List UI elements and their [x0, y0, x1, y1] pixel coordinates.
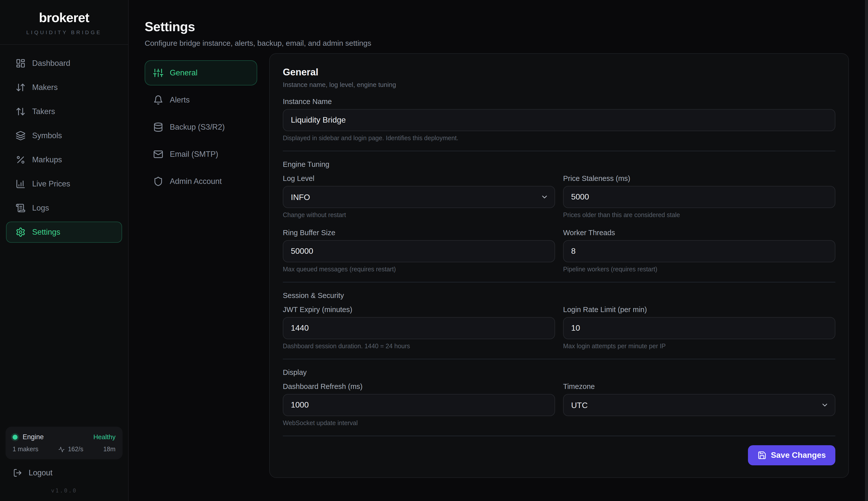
engine-throughput-value: 162/s: [68, 446, 83, 453]
activity-icon: [58, 446, 65, 452]
worker-threads-input[interactable]: [563, 240, 835, 262]
brand-tagline: LIQUIDITY BRIDGE: [8, 29, 120, 35]
logout-icon: [13, 468, 22, 477]
mail-icon: [153, 149, 163, 159]
field-timezone: Timezone UTC: [563, 382, 835, 427]
ring-buffer-label: Ring Buffer Size: [283, 228, 555, 237]
tab-label: Admin Account: [170, 177, 222, 186]
general-settings-card: General Instance name, log level, engine…: [269, 53, 849, 478]
login-rate-limit-hint: Max login attempts per minute per IP: [563, 343, 835, 350]
tab-admin-account[interactable]: Admin Account: [145, 169, 257, 194]
card-title: General: [283, 67, 835, 78]
tab-label: General: [170, 68, 197, 77]
sidebar-item-label: Dashboard: [32, 59, 70, 68]
section-divider: [283, 436, 835, 436]
engine-uptime: 18m: [103, 446, 116, 453]
scrollbar[interactable]: [865, 0, 868, 501]
sidebar-item-dashboard[interactable]: Dashboard: [6, 53, 122, 74]
timezone-select[interactable]: UTC: [563, 394, 835, 416]
jwt-expiry-input[interactable]: [283, 317, 555, 339]
price-staleness-input[interactable]: [563, 186, 835, 208]
display-grid: Dashboard Refresh (ms) WebSocket update …: [283, 382, 835, 427]
sidebar-item-makers[interactable]: Makers: [6, 77, 122, 98]
logout-button[interactable]: Logout: [0, 459, 128, 482]
sidebar-item-label: Symbols: [32, 131, 62, 140]
sidebar-item-label: Logs: [32, 203, 49, 213]
sidebar-item-label: Makers: [32, 83, 58, 92]
section-divider: [283, 359, 835, 359]
section-divider: [283, 282, 835, 283]
engine-status-card: Engine Healthy 1 makers 162/s 18m: [6, 427, 122, 459]
save-changes-label: Save Changes: [771, 451, 826, 460]
worker-threads-label: Worker Threads: [563, 228, 835, 237]
main-content: Settings Configure bridge instance, aler…: [129, 0, 868, 501]
card-actions: Save Changes: [283, 445, 835, 465]
dashboard-refresh-input[interactable]: [283, 394, 555, 416]
engine-label: Engine: [23, 433, 88, 441]
arrow-up-down-icon: [15, 107, 25, 117]
chart-column-icon: [15, 179, 25, 189]
timezone-label: Timezone: [563, 382, 835, 391]
login-rate-limit-input[interactable]: [563, 317, 835, 339]
price-staleness-hint: Prices older than this are considered st…: [563, 212, 835, 218]
engine-metrics-row: 1 makers 162/s 18m: [13, 446, 116, 453]
engine-makers-count: 1 makers: [13, 446, 39, 453]
sidebar-spacer: [0, 251, 128, 427]
app-root: brokeret LIQUIDITY BRIDGE Dashboard Make…: [0, 0, 868, 501]
logout-label: Logout: [29, 468, 53, 477]
field-jwt-expiry: JWT Expiry (minutes) Dashboard session d…: [283, 306, 555, 350]
engine-status-badge: Healthy: [94, 433, 116, 441]
tab-alerts[interactable]: Alerts: [145, 87, 257, 113]
brand-logo: brokeret: [8, 10, 120, 25]
sidebar-item-takers[interactable]: Takers: [6, 101, 122, 122]
field-log-level: Log Level INFO Change without restart: [283, 174, 555, 218]
sidebar-item-label: Markups: [32, 155, 62, 164]
session-security-grid: JWT Expiry (minutes) Dashboard session d…: [283, 306, 835, 350]
field-login-rate-limit: Login Rate Limit (per min) Max login att…: [563, 306, 835, 350]
jwt-expiry-hint: Dashboard session duration. 1440 = 24 ho…: [283, 343, 555, 350]
sidebar-item-symbols[interactable]: Symbols: [6, 125, 122, 146]
settings-layout: General Alerts Backup (S3/R2) Email (SMT…: [145, 53, 849, 478]
card-subtitle: Instance name, log level, engine tuning: [283, 81, 835, 88]
ring-buffer-hint: Max queued messages (requires restart): [283, 266, 555, 273]
log-level-label: Log Level: [283, 174, 555, 182]
log-level-select[interactable]: INFO: [283, 186, 555, 208]
save-changes-button[interactable]: Save Changes: [748, 445, 835, 465]
sliders-icon: [153, 68, 163, 78]
arrow-down-up-icon: [15, 83, 25, 93]
section-title-engine-tuning: Engine Tuning: [283, 160, 835, 168]
scroll-icon: [15, 203, 25, 213]
instance-name-hint: Displayed in sidebar and login page. Ide…: [283, 135, 835, 142]
layers-icon: [15, 131, 25, 141]
ring-buffer-input[interactable]: [283, 240, 555, 262]
tab-email[interactable]: Email (SMTP): [145, 142, 257, 167]
sidebar-item-live-prices[interactable]: Live Prices: [6, 173, 122, 194]
field-instance-name: Instance Name Displayed in sidebar and l…: [283, 97, 835, 142]
engine-tuning-grid: Log Level INFO Change without restart Pr…: [283, 174, 835, 273]
brand: brokeret LIQUIDITY BRIDGE: [0, 0, 128, 45]
tab-label: Email (SMTP): [170, 150, 218, 159]
page-subtitle: Configure bridge instance, alerts, backu…: [145, 39, 849, 47]
price-staleness-label: Price Staleness (ms): [563, 174, 835, 182]
tab-backup[interactable]: Backup (S3/R2): [145, 115, 257, 140]
engine-health-dot: [13, 434, 18, 439]
tab-label: Alerts: [170, 95, 189, 105]
instance-name-input[interactable]: [283, 109, 835, 131]
sidebar-item-logs[interactable]: Logs: [6, 198, 122, 218]
database-icon: [153, 122, 163, 132]
field-ring-buffer-size: Ring Buffer Size Max queued messages (re…: [283, 228, 555, 273]
tab-general[interactable]: General: [145, 60, 257, 85]
engine-throughput: 162/s: [58, 446, 83, 453]
shield-icon: [153, 177, 163, 186]
jwt-expiry-label: JWT Expiry (minutes): [283, 306, 555, 313]
section-title-display: Display: [283, 368, 835, 376]
sidebar-item-settings[interactable]: Settings: [6, 222, 122, 243]
bell-icon: [153, 95, 163, 105]
login-rate-limit-label: Login Rate Limit (per min): [563, 306, 835, 313]
settings-tabs: General Alerts Backup (S3/R2) Email (SMT…: [145, 53, 257, 194]
gear-icon: [15, 227, 25, 237]
sidebar-item-markups[interactable]: Markups: [6, 149, 122, 170]
app-version: v1.0.0: [0, 482, 128, 501]
page-title: Settings: [145, 19, 849, 35]
sidebar-item-label: Settings: [32, 228, 60, 237]
